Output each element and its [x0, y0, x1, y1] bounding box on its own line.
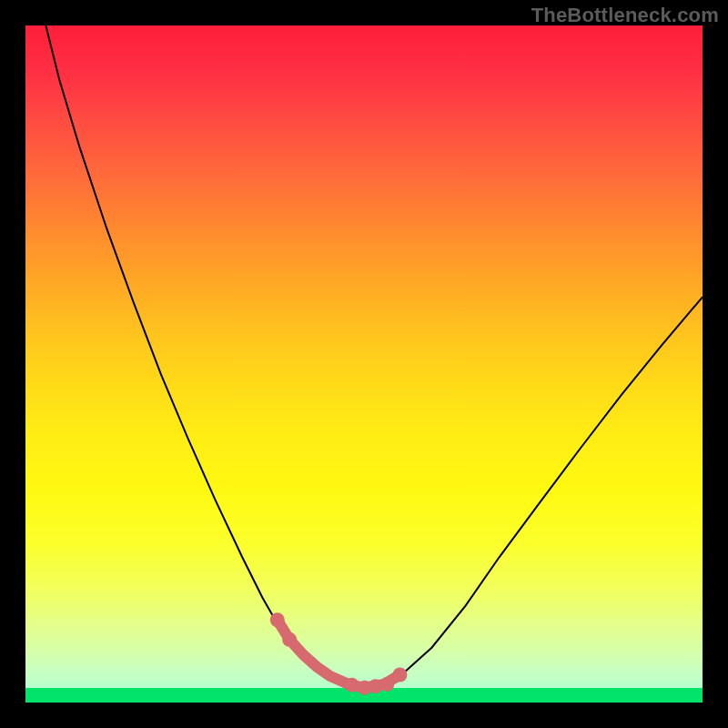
- marker-dot: [282, 632, 297, 647]
- plot-area: [25, 25, 703, 703]
- marker-dot: [345, 678, 359, 693]
- marker-dot: [270, 612, 285, 627]
- curve-layer: [25, 25, 703, 703]
- marker-segment-path: [278, 620, 400, 687]
- chart-frame: TheBottleneck.com: [0, 0, 728, 728]
- watermark-text: TheBottleneck.com: [531, 4, 719, 27]
- marker-dot: [392, 668, 407, 682]
- marker-dot: [379, 677, 394, 692]
- curve-path: [46, 25, 703, 688]
